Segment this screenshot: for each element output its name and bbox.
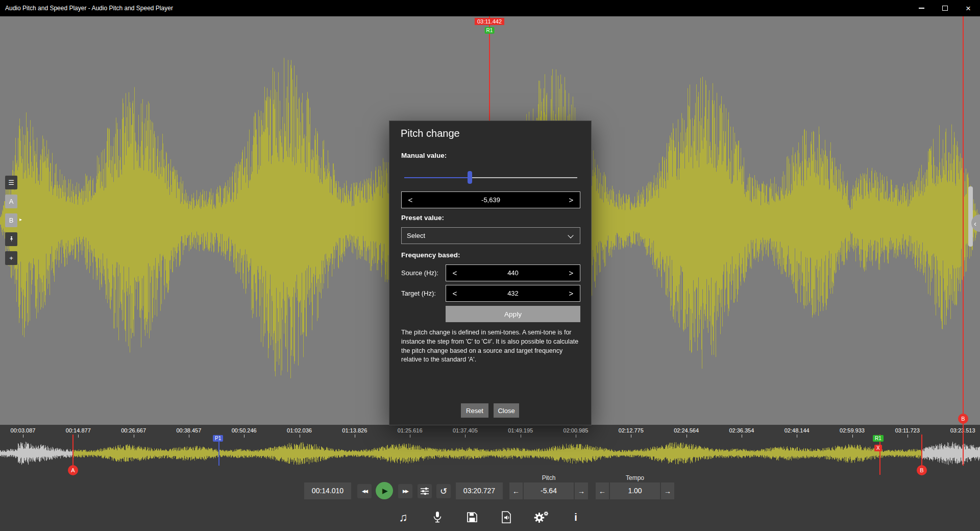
maximize-icon (942, 6, 948, 11)
effects-button[interactable] (418, 484, 432, 498)
settings-button[interactable] (530, 506, 552, 528)
preset-value-label: Preset value: (401, 214, 444, 222)
marker-b-line (921, 435, 922, 466)
marker-b[interactable]: B (917, 465, 927, 475)
fast-forward-button[interactable]: ▶▶ (398, 484, 412, 498)
dialog-description: The pitch change is defined in semi-tone… (401, 328, 584, 365)
loop-icon: ↺ (440, 486, 447, 497)
manual-value[interactable]: -5,639 (419, 196, 562, 204)
preset-select[interactable]: Select (401, 227, 580, 244)
timeline-label: 02:12.775 (619, 427, 644, 433)
timeline-label: 00:03.087 (11, 427, 36, 433)
manual-value-label: Manual value: (401, 152, 447, 159)
timeline-tick (189, 435, 189, 438)
save-button[interactable] (461, 506, 483, 528)
marker-x[interactable]: X (874, 445, 882, 451)
pitch-change-dialog: Pitch change Manual value: < -5,639 > Pr… (389, 120, 592, 425)
total-time-display[interactable]: 03:20.727 (456, 482, 503, 499)
loop-a-label: A (9, 198, 14, 205)
marker-r1[interactable]: R1 (873, 435, 884, 442)
audio-file-icon (501, 511, 511, 523)
timeline-tick (465, 435, 465, 438)
target-decrement-button[interactable]: < (446, 285, 463, 301)
timeline-label: 01:25.616 (398, 427, 423, 433)
chevron-down-icon (568, 232, 573, 238)
export-audio-button[interactable] (496, 506, 517, 528)
close-dialog-button[interactable]: Close (494, 403, 519, 418)
pitch-decrease-button[interactable]: ← (509, 482, 523, 499)
target-increment-button[interactable]: > (562, 285, 580, 301)
source-hz-label: Source (Hz): (401, 269, 438, 277)
arrow-left-icon: ← (512, 487, 520, 495)
tempo-value-display[interactable]: 1.00 (610, 482, 660, 499)
timeline-label: 00:50.246 (232, 427, 257, 433)
add-marker-button[interactable]: + (5, 251, 17, 265)
loop-end-line (963, 16, 964, 466)
loop-end-marker[interactable]: B (958, 414, 968, 424)
manual-value-slider[interactable] (404, 171, 577, 184)
loop-b-label: B (9, 216, 14, 224)
timeline-label: 01:02.036 (287, 427, 312, 433)
tempo-decrease-button[interactable]: ← (596, 482, 609, 499)
timeline-label: 00:26.667 (121, 427, 146, 433)
timeline-tick (23, 435, 23, 438)
timeline-label: 02:00.985 (564, 427, 589, 433)
music-note-icon: ♫ (399, 511, 407, 524)
chevron-right-icon: > (569, 196, 574, 204)
timeline-tick (410, 435, 410, 438)
loop-a-button[interactable]: A (5, 195, 17, 208)
timeline-tick (797, 435, 797, 438)
rewind-button[interactable]: ◀◀ (357, 484, 372, 498)
close-icon: × (966, 4, 971, 13)
record-button[interactable] (427, 506, 448, 528)
plus-icon: + (9, 254, 13, 262)
source-hz-value[interactable]: 440 (463, 269, 562, 277)
vertical-scrollbar[interactable] (968, 186, 973, 247)
microphone-icon (432, 511, 443, 523)
apply-button[interactable]: Apply (446, 306, 580, 322)
timeline-tick (134, 435, 134, 438)
maximize-button[interactable] (933, 0, 957, 16)
minimize-button[interactable] (910, 0, 933, 16)
manual-decrement-button[interactable]: < (402, 192, 419, 208)
info-button[interactable]: i (565, 506, 586, 528)
timeline-tick (908, 435, 908, 438)
chevron-left-icon: < (453, 289, 457, 298)
source-decrement-button[interactable]: < (446, 265, 463, 281)
timeline-tick (631, 435, 631, 438)
fast-forward-icon: ▶▶ (403, 489, 408, 494)
close-button[interactable]: × (957, 0, 980, 16)
source-increment-button[interactable]: > (562, 265, 580, 281)
timeline-label: 03:11.723 (895, 427, 920, 433)
menu-button[interactable]: ☰ (5, 176, 17, 189)
reset-button[interactable]: Reset (461, 403, 488, 418)
bottom-panel: 00:03.08700:14.87700:26.66700:38.45700:5… (0, 425, 980, 531)
timeline-tick (852, 435, 853, 438)
pin-button[interactable] (5, 232, 17, 246)
timeline-minimap[interactable] (0, 441, 980, 466)
window-controls: × (910, 0, 980, 16)
slider-handle[interactable] (468, 171, 472, 184)
titlebar: Audio Pitch and Speed Player - Audio Pit… (0, 0, 980, 16)
current-time-display[interactable]: 00:14.010 (304, 482, 351, 499)
loop-b-button[interactable]: B (5, 213, 17, 227)
open-music-button[interactable]: ♫ (393, 506, 414, 528)
pitch-value-display[interactable]: -5.64 (524, 482, 574, 499)
timeline-tick (78, 435, 79, 438)
timeline-label: 02:59.933 (840, 427, 865, 433)
play-button[interactable]: ▶ (376, 482, 393, 499)
arrow-left-icon: ← (599, 487, 606, 495)
save-icon (467, 512, 478, 523)
pitch-increase-button[interactable]: → (575, 482, 588, 499)
window-title: Audio Pitch and Speed Player - Audio Pit… (5, 0, 173, 16)
play-icon: ▶ (382, 487, 388, 495)
pin-icon (8, 235, 15, 243)
loop-toggle-button[interactable]: ↺ (436, 484, 451, 498)
target-hz-value[interactable]: 432 (463, 289, 562, 297)
marker-a[interactable]: A (68, 465, 78, 475)
marker-p1[interactable]: P1 (213, 435, 223, 442)
tempo-increase-button[interactable]: → (661, 482, 674, 499)
arrow-right-icon: → (578, 487, 585, 495)
timeline-tick (355, 435, 355, 438)
manual-increment-button[interactable]: > (562, 192, 580, 208)
